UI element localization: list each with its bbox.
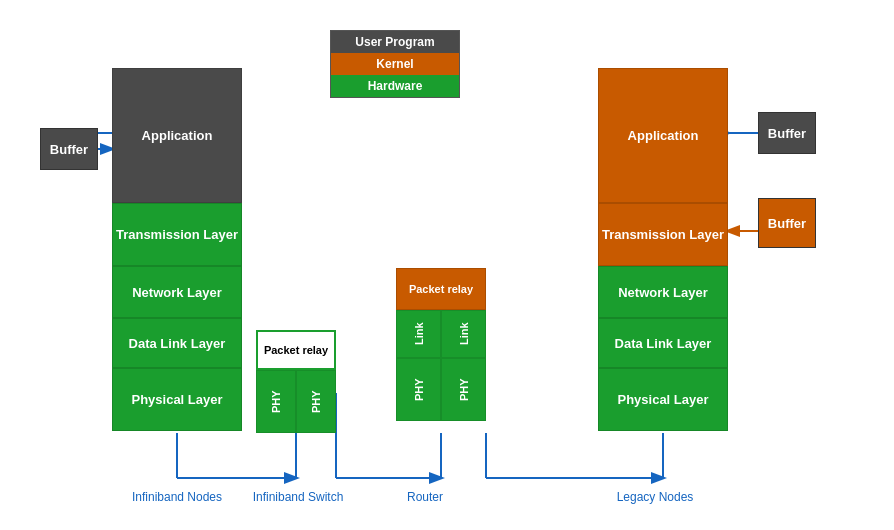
router-link-row: Link Link (396, 310, 486, 358)
label-ib-switch: Infiniband Switch (248, 490, 348, 504)
left-phy-layer: Physical Layer (112, 368, 242, 431)
ib-switch-packet-relay: Packet relay (256, 330, 336, 370)
buffer-right-top: Buffer (758, 112, 816, 154)
legend-kernel: Kernel (331, 53, 459, 75)
legend: User Program Kernel Hardware (330, 30, 460, 98)
right-app-layer: Application (598, 68, 728, 203)
right-phy-layer: Physical Layer (598, 368, 728, 431)
right-trans-layer: Transmission Layer (598, 203, 728, 266)
legend-hardware: Hardware (331, 75, 459, 97)
stack-left: Application Transmission Layer Network L… (112, 68, 242, 431)
ib-switch-phy-left: PHY (256, 370, 296, 433)
router-link-right: Link (441, 310, 486, 358)
router-packet-relay: Packet relay (396, 268, 486, 310)
legend-user-program: User Program (331, 31, 459, 53)
left-trans-layer: Transmission Layer (112, 203, 242, 266)
buffer-left: Buffer (40, 128, 98, 170)
left-app-layer: Application (112, 68, 242, 203)
router-phy-row: PHY PHY (396, 358, 486, 421)
label-router: Router (375, 490, 475, 504)
ib-switch-phy-right: PHY (296, 370, 336, 433)
stack-ib-switch: Packet relay PHY PHY (256, 330, 336, 433)
router-phy-right: PHY (441, 358, 486, 421)
buffer-right-bottom: Buffer (758, 198, 816, 248)
label-legacy-nodes: Legacy Nodes (590, 490, 720, 504)
stack-router: Packet relay Link Link PHY PHY (396, 268, 486, 421)
right-dl-layer: Data Link Layer (598, 318, 728, 368)
diagram: User Program Kernel Hardware Application… (0, 0, 894, 530)
router-link-left: Link (396, 310, 441, 358)
left-net-layer: Network Layer (112, 266, 242, 318)
left-dl-layer: Data Link Layer (112, 318, 242, 368)
ib-switch-phy-row: PHY PHY (256, 370, 336, 433)
label-ib-nodes: Infiniband Nodes (112, 490, 242, 504)
stack-right: Application Transmission Layer Network L… (598, 68, 728, 431)
right-net-layer: Network Layer (598, 266, 728, 318)
router-phy-left: PHY (396, 358, 441, 421)
